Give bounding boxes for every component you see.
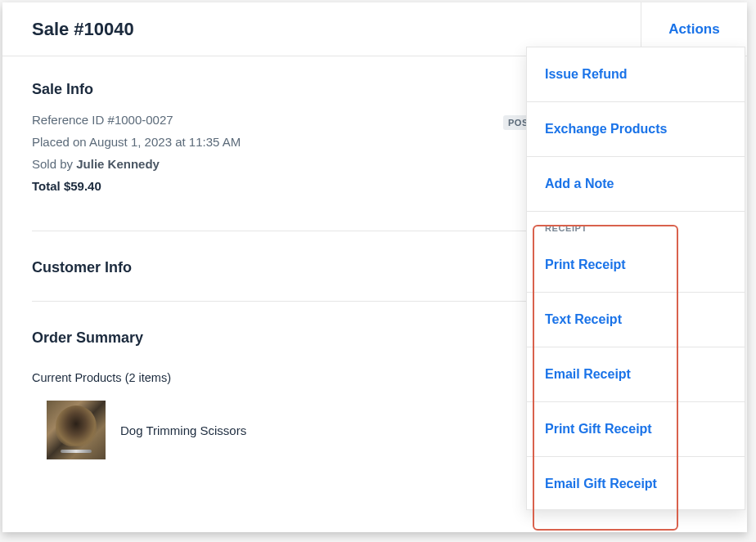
- actions-button[interactable]: Actions: [668, 21, 719, 38]
- product-thumbnail: [47, 401, 106, 459]
- page-title: Sale #10040: [2, 19, 134, 40]
- sale-detail-page: Sale #10040 Actions Sale Info Reference …: [2, 2, 747, 532]
- action-exchange-products[interactable]: Exchange Products: [527, 102, 745, 157]
- action-text-receipt[interactable]: Text Receipt: [527, 293, 745, 347]
- action-print-receipt[interactable]: Print Receipt: [527, 238, 745, 293]
- action-email-gift-receipt[interactable]: Email Gift Receipt: [527, 457, 745, 509]
- action-issue-refund[interactable]: Issue Refund: [527, 47, 745, 102]
- action-add-note[interactable]: Add a Note: [527, 157, 745, 212]
- receipt-section-header: RECEIPT: [527, 212, 745, 238]
- action-print-gift-receipt[interactable]: Print Gift Receipt: [527, 402, 745, 457]
- actions-dropdown: Issue Refund Exchange Products Add a Not…: [526, 47, 745, 510]
- sold-by-prefix: Sold by: [32, 157, 76, 171]
- salesperson-name: Julie Kennedy: [76, 157, 160, 171]
- action-email-receipt[interactable]: Email Receipt: [527, 347, 745, 402]
